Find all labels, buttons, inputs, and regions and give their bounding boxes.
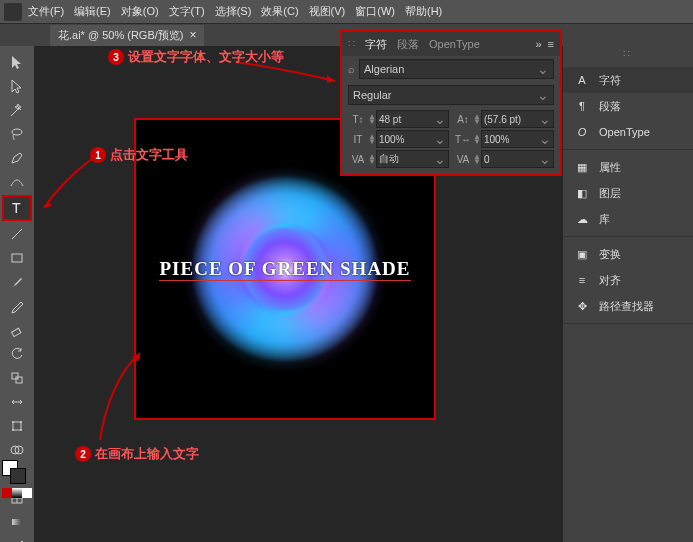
pen-tool[interactable] <box>4 147 30 169</box>
type-tool[interactable]: T <box>2 195 32 221</box>
stepper-icon[interactable]: ▲▼ <box>473 134 481 144</box>
leading-input[interactable]: (57.6 pt)⌄ <box>481 110 554 128</box>
annotation-2: 2 在画布上输入文字 <box>75 445 199 463</box>
annotation-text: 点击文字工具 <box>110 146 188 164</box>
menu-type[interactable]: 文字(T) <box>169 4 205 19</box>
tab-paragraph[interactable]: 段落 <box>397 37 419 52</box>
menu-window[interactable]: 窗口(W) <box>355 4 395 19</box>
opentype-icon: O <box>573 124 591 140</box>
menu-help[interactable]: 帮助(H) <box>405 4 442 19</box>
font-size-input[interactable]: 48 pt⌄ <box>376 110 449 128</box>
document-title: 花.ai* @ 50% (RGB/预览) <box>58 28 183 43</box>
width-tool[interactable] <box>4 391 30 413</box>
panel-more-icon[interactable]: » <box>535 38 541 50</box>
leading-icon: A↕ <box>453 110 473 128</box>
shape-builder-tool[interactable] <box>4 439 30 461</box>
stepper-icon[interactable]: ▲▼ <box>473 114 481 124</box>
font-size-icon: T↕ <box>348 110 368 128</box>
kerning-input[interactable]: 自动⌄ <box>376 150 449 168</box>
font-style-select[interactable]: Regular ⌄ <box>348 85 554 105</box>
dock-grip-icon[interactable]: ∷ <box>348 38 355 51</box>
char-panel-tabs: ∷ 字符 段落 OpenType » ≡ <box>342 32 560 56</box>
eyedropper-tool[interactable] <box>4 535 30 542</box>
panel-item-character[interactable]: A字符 <box>563 67 693 93</box>
shaper-tool[interactable] <box>4 295 30 317</box>
svg-point-8 <box>12 421 14 423</box>
right-panel-dock: ∷ A字符 ¶段落 OOpenType ▦属性 ◧图层 ☁库 ▣变换 ≡对齐 ✥… <box>563 46 693 542</box>
panel-item-paragraph[interactable]: ¶段落 <box>563 93 693 119</box>
svg-rect-6 <box>16 377 22 383</box>
panel-item-pathfinder[interactable]: ✥路径查找器 <box>563 293 693 319</box>
tracking-icon: VA <box>453 150 473 168</box>
stepper-icon[interactable]: ▲▼ <box>473 154 481 164</box>
font-style-value: Regular <box>353 89 392 101</box>
pathfinder-icon: ✥ <box>573 298 591 314</box>
annotation-badge: 3 <box>108 49 124 65</box>
magic-wand-tool[interactable] <box>4 99 30 121</box>
kerning-icon: VA <box>348 150 368 168</box>
annotation-text: 设置文字字体、文字大小等 <box>128 48 284 66</box>
panel-grip-icon[interactable]: ∷ <box>563 46 693 63</box>
direct-selection-tool[interactable] <box>4 75 30 97</box>
menu-view[interactable]: 视图(V) <box>309 4 346 19</box>
panel-menu-icon[interactable]: ≡ <box>548 38 554 50</box>
hscale-input[interactable]: 100%⌄ <box>481 130 554 148</box>
panel-item-properties[interactable]: ▦属性 <box>563 154 693 180</box>
font-family-value: Algerian <box>364 63 404 75</box>
free-transform-tool[interactable] <box>4 415 30 437</box>
search-icon: ⌕ <box>348 63 355 75</box>
lasso-tool[interactable] <box>4 123 30 145</box>
annotation-3: 3 设置文字字体、文字大小等 <box>108 48 284 66</box>
tracking-input[interactable]: 0⌄ <box>481 150 554 168</box>
menu-object[interactable]: 对象(O) <box>121 4 159 19</box>
panel-item-transform[interactable]: ▣变换 <box>563 241 693 267</box>
document-tab[interactable]: 花.ai* @ 50% (RGB/预览) × <box>50 25 204 46</box>
svg-text:T: T <box>12 200 21 216</box>
gradient-mode-icon[interactable] <box>12 488 22 498</box>
annotation-badge: 2 <box>75 446 91 462</box>
selection-tool[interactable] <box>4 51 30 73</box>
properties-icon: ▦ <box>573 159 591 175</box>
color-swatches <box>2 460 32 498</box>
scale-tool[interactable] <box>4 367 30 389</box>
rectangle-tool[interactable] <box>4 247 30 269</box>
rotate-tool[interactable] <box>4 343 30 365</box>
align-icon: ≡ <box>573 272 591 288</box>
panel-item-layers[interactable]: ◧图层 <box>563 180 693 206</box>
chevron-down-icon: ⌄ <box>537 87 549 103</box>
transform-icon: ▣ <box>573 246 591 262</box>
stepper-icon[interactable]: ▲▼ <box>368 154 376 164</box>
menu-edit[interactable]: 编辑(E) <box>74 4 111 19</box>
menu-file[interactable]: 文件(F) <box>28 4 64 19</box>
svg-rect-7 <box>13 422 21 430</box>
paintbrush-tool[interactable] <box>4 271 30 293</box>
canvas-text[interactable]: PIECE OF GREEN SHADE <box>159 258 410 281</box>
tab-character[interactable]: 字符 <box>365 37 387 52</box>
gradient-tool[interactable] <box>4 511 30 533</box>
vscale-input[interactable]: 100%⌄ <box>376 130 449 148</box>
line-tool[interactable] <box>4 223 30 245</box>
menu-select[interactable]: 选择(S) <box>215 4 252 19</box>
svg-point-9 <box>20 421 22 423</box>
annotation-badge: 1 <box>90 147 106 163</box>
color-mode-icon[interactable] <box>2 488 12 498</box>
character-icon: A <box>573 72 591 88</box>
menu-effect[interactable]: 效果(C) <box>261 4 298 19</box>
none-mode-icon[interactable] <box>22 488 32 498</box>
font-family-select[interactable]: Algerian ⌄ <box>359 59 554 79</box>
curvature-tool[interactable] <box>4 171 30 193</box>
svg-line-2 <box>12 229 22 239</box>
panel-item-libraries[interactable]: ☁库 <box>563 206 693 232</box>
tab-opentype[interactable]: OpenType <box>429 38 480 50</box>
close-tab-icon[interactable]: × <box>189 28 196 42</box>
stepper-icon[interactable]: ▲▼ <box>368 134 376 144</box>
eraser-tool[interactable] <box>4 319 30 341</box>
panel-item-opentype[interactable]: OOpenType <box>563 119 693 145</box>
menu-bar: 文件(F) 编辑(E) 对象(O) 文字(T) 选择(S) 效果(C) 视图(V… <box>0 0 693 24</box>
paragraph-icon: ¶ <box>573 98 591 114</box>
stepper-icon[interactable]: ▲▼ <box>368 114 376 124</box>
fill-stroke-swatch[interactable] <box>2 460 26 484</box>
stroke-swatch[interactable] <box>10 468 26 484</box>
svg-point-10 <box>12 429 14 431</box>
panel-item-align[interactable]: ≡对齐 <box>563 267 693 293</box>
